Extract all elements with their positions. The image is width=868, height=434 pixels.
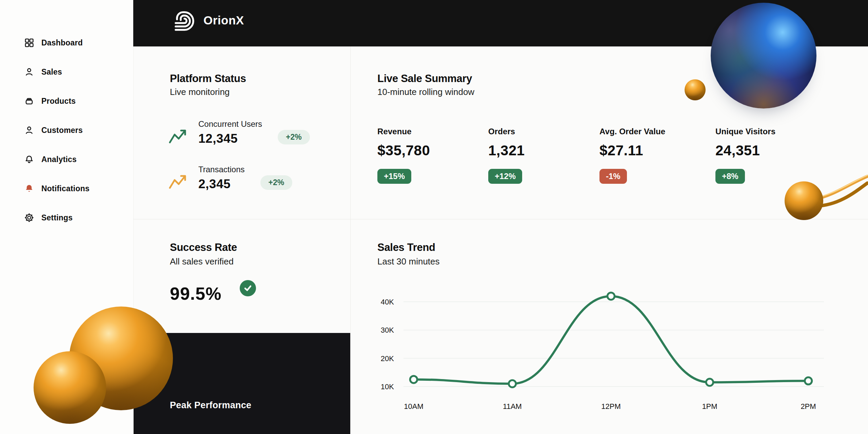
metric-value: 2,345 (198, 177, 245, 191)
metric-row: Concurrent Users 12,345 +2% (169, 119, 310, 146)
verified-check-icon (240, 280, 256, 296)
x-axis-tick: 1PM (702, 402, 717, 411)
stat-label: Revenue (377, 127, 412, 136)
x-axis-tick: 11AM (503, 402, 522, 411)
sidebar-item-label: Sales (41, 67, 62, 77)
stat-label: Avg. Order Value (599, 127, 665, 136)
bell-filled-icon (24, 183, 35, 194)
sales-trend-line-chart: 10K20K30K40K10AM11AM12PM1PM2PM (373, 290, 834, 416)
stat-delta-badge: +15% (377, 169, 411, 184)
orionx-spiral-logo-icon (172, 8, 196, 33)
success-rate-value: 99.5% (170, 283, 221, 304)
stat-delta-badge: +12% (488, 169, 522, 184)
top-header: OrionX (133, 0, 868, 46)
brand-name: OrionX (203, 14, 244, 27)
stat-delta-badge: -1% (599, 169, 627, 184)
peak-performance-title: Peak Performance (170, 400, 251, 411)
y-axis-tick: 10K (381, 382, 394, 391)
platform-status-metrics: Concurrent Users 12,345 +2% Transactions… (169, 119, 310, 191)
trend-line (414, 296, 808, 383)
stat-value: $35,780 (377, 142, 430, 159)
trend-line-icon (169, 174, 188, 189)
brand-logo: OrionX (172, 8, 244, 33)
summary-stat: Avg. Order Value $27.11 -1% (599, 127, 665, 184)
sidebar-item-analytics[interactable]: Analytics (24, 150, 90, 169)
box-icon (24, 96, 35, 106)
success-rate-title: Success Rate (170, 241, 237, 254)
sale-summary-subtitle: 10-minute rolling window (377, 87, 474, 97)
sidebar-item-sales[interactable]: Sales (24, 62, 90, 81)
horizontal-divider (133, 219, 868, 219)
bell-icon (24, 154, 35, 165)
user-icon (24, 125, 35, 136)
data-point-marker (706, 379, 713, 386)
sidebar-nav: Dashboard Sales Products Customers Analy… (24, 33, 90, 227)
y-axis-tick: 20K (381, 354, 394, 363)
sale-summary-stats: Revenue $35,780 +15%Orders 1,321 +12%Avg… (377, 127, 828, 195)
sidebar-item-label: Dashboard (41, 38, 83, 47)
summary-stat: Revenue $35,780 +15% (377, 127, 430, 184)
sidebar-item-label: Settings (41, 213, 73, 222)
stat-value: 1,321 (488, 142, 525, 159)
peak-performance-card: Peak Performance (134, 333, 350, 434)
vertical-divider (350, 46, 351, 434)
sidebar-item-settings[interactable]: Settings (24, 208, 90, 227)
x-axis-tick: 12PM (601, 402, 620, 411)
user-icon (24, 66, 35, 77)
sidebar-item-notifications[interactable]: Notifications (24, 179, 90, 198)
summary-stat: Orders 1,321 +12% (488, 127, 525, 184)
metric-delta-pill: +2% (278, 130, 310, 144)
sidebar-item-label: Products (41, 97, 76, 106)
trend-line-icon (169, 129, 188, 144)
sidebar-item-label: Analytics (41, 155, 77, 164)
platform-status-title: Platform Status (170, 73, 246, 85)
sidebar-item-dashboard[interactable]: Dashboard (24, 33, 90, 52)
gear-icon (24, 212, 35, 223)
gold-ball-top-decor (685, 79, 706, 100)
metric-label: Transactions (198, 165, 245, 174)
sidebar-item-label: Notifications (41, 184, 90, 193)
data-point-marker (509, 380, 516, 387)
metric-delta-pill: +2% (260, 175, 293, 190)
metric-label: Concurrent Users (198, 119, 262, 129)
sidebar-item-customers[interactable]: Customers (24, 121, 90, 140)
x-axis-tick: 10AM (404, 402, 423, 411)
y-axis-tick: 40K (381, 298, 394, 306)
sidebar: Dashboard Sales Products Customers Analy… (0, 0, 134, 434)
grid-icon (24, 37, 35, 48)
platform-status-subtitle: Live monitoring (170, 87, 230, 97)
sale-summary-title: Live Sale Summary (377, 73, 472, 85)
data-point-marker (805, 377, 812, 384)
stat-delta-badge: +8% (715, 169, 745, 184)
y-axis-tick: 30K (381, 326, 394, 334)
metric-row: Transactions 2,345 +2% (169, 165, 310, 191)
success-rate-subtitle: All sales verified (170, 256, 234, 267)
x-axis-tick: 2PM (801, 402, 816, 411)
dashboard-page: Dashboard Sales Products Customers Analy… (0, 0, 868, 434)
summary-stat: Unique Visitors 24,351 +8% (715, 127, 775, 184)
data-point-marker (410, 376, 417, 383)
stat-label: Orders (488, 127, 515, 136)
metric-value: 12,345 (198, 132, 262, 146)
sidebar-item-label: Customers (41, 126, 83, 135)
data-point-marker (608, 293, 615, 300)
stat-value: $27.11 (599, 142, 643, 159)
sidebar-item-products[interactable]: Products (24, 92, 90, 111)
stat-label: Unique Visitors (715, 127, 775, 136)
sales-trend-subtitle: Last 30 minutes (377, 256, 440, 267)
stat-value: 24,351 (715, 142, 760, 159)
sales-trend-title: Sales Trend (377, 241, 435, 254)
